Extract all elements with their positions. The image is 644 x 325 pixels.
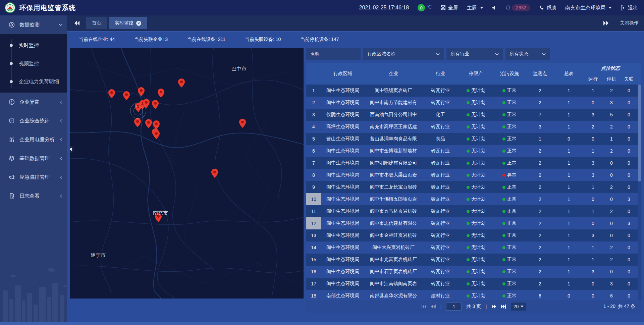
- cell-lost-count: 0: [620, 241, 638, 254]
- map-pin[interactable]: [108, 89, 115, 98]
- status-dot-icon: [467, 186, 470, 189]
- map-pin[interactable]: [145, 119, 152, 128]
- chevron-down-icon: [495, 53, 499, 55]
- cell-production-status: 无计划: [459, 157, 493, 169]
- pager-next-icon[interactable]: [492, 305, 496, 309]
- table-row[interactable]: 18南部生态环境局南部县嘉华水泥有限公建材行业无计划正常60060: [306, 290, 638, 300]
- cell-facility-status: 正常: [493, 109, 526, 121]
- notifications[interactable]: 2632: [506, 4, 530, 11]
- chevron-down-icon: [480, 7, 483, 9]
- map-pin[interactable]: [211, 169, 218, 178]
- cluster-ring: [130, 103, 146, 119]
- table-row[interactable]: 1阆中生态环境局阆中强锐页岩砖厂砖瓦行业无计划正常21120: [306, 85, 638, 97]
- fullscreen-button[interactable]: 全屏: [440, 5, 458, 11]
- table-row[interactable]: 8阆中生态环境局阆中市枣碧大梁山页岩砖瓦行业无计划异常21300: [306, 169, 638, 181]
- organization-menu[interactable]: 南充市生态环境局: [565, 5, 612, 11]
- pager-first-icon[interactable]: [421, 305, 426, 309]
- table-row[interactable]: 10阆中生态环境局阆中千佛镇五郎垭页岩砖瓦行业无计划正常21003: [306, 193, 638, 205]
- sidebar-subitem-0-2[interactable]: 企业电力负荷明细: [0, 72, 67, 91]
- table-row[interactable]: 14阆中生态环境局阆中大兴页岩机砖厂砖瓦行业无计划正常21120: [306, 241, 638, 254]
- table-row[interactable]: 16阆中生态环境局阆中市石子页岩机砖厂砖瓦行业无计划正常21300: [306, 266, 638, 278]
- phone-icon: [539, 5, 544, 10]
- table-row[interactable]: 5营山生态环境局营山县润丰肉食品有限食品无计划正常10010: [306, 133, 638, 145]
- pager-prev-icon[interactable]: [431, 305, 436, 309]
- datetime: 2021-02-25 17:46:18: [359, 5, 409, 11]
- page-number-input[interactable]: [446, 303, 462, 311]
- app-logo-icon: [5, 2, 15, 13]
- map-pin[interactable]: [134, 118, 141, 127]
- cell-stopped-count: 2: [603, 145, 620, 157]
- stat-3: 当前失联设备: 10: [245, 37, 281, 43]
- name-search-input[interactable]: [306, 48, 361, 60]
- cell-production-status: 无计划: [459, 278, 493, 290]
- tab-0[interactable]: 首页: [86, 17, 107, 29]
- pager-last-icon[interactable]: [501, 305, 506, 309]
- cell-lost-count: 0: [620, 121, 638, 133]
- map-pin[interactable]: [178, 78, 185, 88]
- table-row[interactable]: 3仪陇生态环境局西南油气田分公司川中化工无计划正常71350: [306, 109, 638, 121]
- help-button[interactable]: 帮助: [539, 5, 556, 11]
- tab-close-icon[interactable]: ✕: [136, 21, 141, 26]
- sidebar-item-4[interactable]: 基础数据管理: [0, 149, 67, 168]
- status-dot-icon: [502, 89, 505, 92]
- scrollbar-thumb[interactable]: [638, 85, 641, 181]
- region-select[interactable]: 行政区域名称: [363, 48, 444, 60]
- close-operations-button[interactable]: 关闭操作: [620, 20, 639, 26]
- sound-button[interactable]: [492, 5, 497, 10]
- tab-scroll-left-icon[interactable]: [74, 21, 80, 25]
- cell-running-count: 2: [583, 121, 603, 133]
- page-size-select[interactable]: 20: [511, 303, 527, 311]
- map-pin[interactable]: [239, 119, 246, 128]
- map-pin[interactable]: [158, 89, 164, 98]
- status-dot-icon: [502, 113, 505, 116]
- sidebar-item-2[interactable]: 企业综合统计: [0, 111, 67, 130]
- map-panel[interactable]: 巴中市南充市遂宁市: [70, 48, 304, 299]
- table-row[interactable]: 6阆中生态环境局阆中市金博瑞新型墙材砖瓦行业无计划正常21120: [306, 145, 638, 157]
- cell-running-count: 0: [583, 217, 603, 229]
- table-row[interactable]: 7阆中生态环境局阆中明阳建材有限公司砖瓦行业无计划正常21300: [306, 157, 638, 169]
- map-pin[interactable]: [123, 91, 130, 100]
- cell-production-status: 无计划: [459, 109, 493, 121]
- cell-region: 阆中生态环境局: [321, 278, 365, 290]
- map-pin[interactable]: [153, 130, 160, 139]
- map-pin[interactable]: [138, 87, 145, 96]
- table-row[interactable]: 15阆中生态环境局阆中市光富页岩机砖厂砖瓦行业无计划正常21120: [306, 254, 638, 266]
- map-pin[interactable]: [152, 100, 159, 109]
- map-pin[interactable]: [153, 120, 160, 129]
- sidebar-item-0[interactable]: 数据监测: [0, 15, 67, 34]
- logs-icon: [9, 193, 15, 199]
- table-row[interactable]: 4高坪生态环境局南充市高坪区王家店建砖瓦行业无计划正常31220: [306, 121, 638, 133]
- sidebar-item-6[interactable]: 日志查看: [0, 186, 67, 205]
- cell-meter-count: 1: [554, 229, 583, 241]
- theme-button[interactable]: 主题: [467, 5, 483, 11]
- sidebar-item-3[interactable]: 企业用电量分析: [0, 130, 67, 149]
- cell-production-status: 无计划: [459, 133, 493, 145]
- table-row[interactable]: 12阆中生态环境局阆中市忠信建材有限公砖瓦行业无计划正常21003: [306, 217, 638, 229]
- cell-industry: 砖瓦行业: [422, 229, 459, 241]
- sub-column-header: 运行: [583, 74, 603, 85]
- cell-industry: 砖瓦行业: [422, 121, 459, 133]
- industry-select[interactable]: 所有行业: [446, 48, 503, 60]
- table-row[interactable]: 11阆中生态环境局阆中市五马桥页岩机砖砖瓦行业无计划正常21120: [306, 205, 638, 217]
- table-row[interactable]: 9阆中生态环境局阆中市二龙长宝页岩砖砖瓦行业无计划正常21120: [306, 181, 638, 193]
- cell-facility-status: 正常: [493, 193, 526, 205]
- sidebar-subitem-0-0[interactable]: 实时监控: [0, 36, 67, 54]
- status-dot-icon: [467, 246, 470, 249]
- table-scrollbar[interactable]: [638, 85, 641, 300]
- sidebar-subitem-0-1[interactable]: 视频监控: [0, 54, 67, 72]
- stat-label: 当前停机设备:: [300, 37, 331, 42]
- sidebar-item-1[interactable]: 企业异常: [0, 93, 67, 111]
- status-select[interactable]: 所有状态: [505, 48, 550, 60]
- table-row[interactable]: 17阆中生态环境局阆中市江南镇阆南页岩砖瓦行业无计划正常21030: [306, 278, 638, 290]
- cell-facility-status: 正常: [493, 290, 526, 300]
- tab-1[interactable]: 实时监控✕: [109, 17, 147, 29]
- cell-industry: 砖瓦行业: [422, 278, 459, 290]
- table-row[interactable]: 2阆中生态环境局阆中市南方节能建材有砖瓦行业无计划正常21030: [306, 97, 638, 109]
- cell-enterprise: 阆中市南方节能建材有: [365, 97, 422, 109]
- sidebar-item-5[interactable]: 应急减排管理: [0, 168, 67, 186]
- tab-scroll-right-icon[interactable]: [603, 21, 608, 25]
- table-row[interactable]: 13阆中生态环境局阆中市金福旺页岩机砖砖瓦行业无计划正常21300: [306, 229, 638, 241]
- cell-facility-status: 正常: [493, 97, 526, 109]
- logout-button[interactable]: 退出: [621, 5, 638, 11]
- cell-monitor-count: 2: [526, 181, 554, 193]
